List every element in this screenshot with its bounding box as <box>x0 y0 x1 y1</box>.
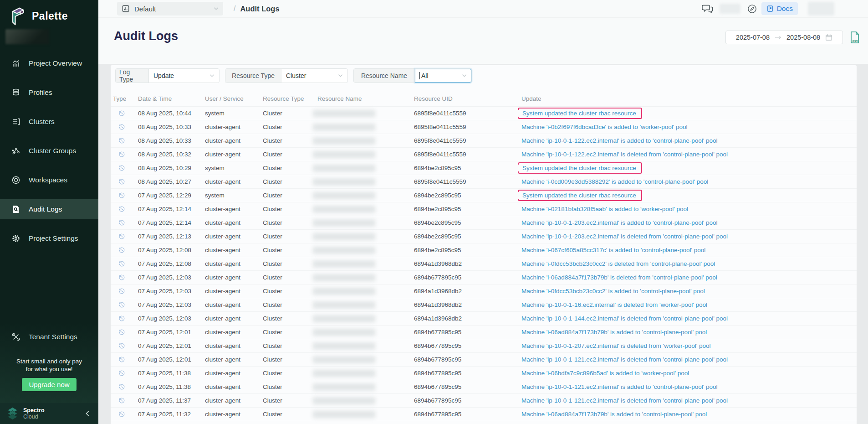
filter-select[interactable]: Update <box>149 69 219 83</box>
table-row[interactable]: 07 Aug 2025, 11:38 cluster-agent Cluster… <box>111 367 857 380</box>
update-link[interactable]: Machine 'i-0fdcc53bcb23c0cc2' is added t… <box>521 288 705 295</box>
table-row[interactable]: 07 Aug 2025, 12:03 cluster-agent Cluster… <box>111 312 857 326</box>
history-icon <box>118 165 125 171</box>
update-link[interactable]: Machine 'i-02181bfab328f5aab' is added t… <box>521 206 688 212</box>
update-link[interactable]: Machine 'i-06ad884a7f173b79b' is added t… <box>521 329 707 336</box>
update-link[interactable]: Machine 'ip-10-0-1-122.ec2.internal' is … <box>521 137 718 144</box>
update-link[interactable]: Machine 'ip-10-0-1-203.ec2.internal' is … <box>521 233 728 240</box>
table-row[interactable]: 07 Aug 2025, 12:08 cluster-agent Cluster… <box>111 243 857 257</box>
column-header-user-service: User / Service <box>205 95 263 102</box>
resource-name-cell <box>317 165 414 172</box>
sidebar-item-project-settings[interactable]: Project Settings <box>0 224 98 253</box>
docs-button[interactable]: Docs <box>761 2 798 15</box>
update-link[interactable]: Machine 'i-0cd009e3dd5388292' is added t… <box>521 178 708 185</box>
update-link[interactable]: System updated the cluster rbac resource <box>518 162 642 174</box>
update-cell: Machine 'i-0fdcc53bcb23c0cc2' is deleted… <box>521 260 857 267</box>
table-row[interactable]: 08 Aug 2025, 10:33 cluster-agent Cluster… <box>111 134 857 148</box>
table-row[interactable]: 07 Aug 2025, 12:01 cluster-agent Cluster… <box>111 339 857 353</box>
table-row[interactable]: 07 Aug 2025, 12:01 cluster-agent Cluster… <box>111 326 857 339</box>
filter-select[interactable]: Cluster <box>281 69 347 83</box>
update-link[interactable]: Machine 'ip-10-0-1-121.ec2.internal' is … <box>521 383 718 390</box>
update-link[interactable]: Machine 'i-0fdcc53bcb23c0cc2' is deleted… <box>521 260 715 267</box>
table-row[interactable]: 07 Aug 2025, 11:32 cluster-agent Cluster… <box>111 408 857 421</box>
table-row[interactable]: 08 Aug 2025, 10:33 cluster-agent Cluster… <box>111 120 857 134</box>
project-selector[interactable]: Default <box>117 2 223 16</box>
topbar-actions: Docs <box>701 2 834 16</box>
compass-icon[interactable] <box>747 4 757 14</box>
chat-icon[interactable] <box>701 3 714 14</box>
table-row[interactable]: 08 Aug 2025, 10:44 system Cluster 6895f8… <box>111 107 857 120</box>
resource-type-cell: Cluster <box>263 165 317 171</box>
redacted-user-avatar <box>808 2 834 16</box>
type-cell <box>113 137 138 144</box>
table-row[interactable]: 07 Aug 2025, 12:13 cluster-agent Cluster… <box>111 230 857 243</box>
upgrade-now-button[interactable]: Upgrade now <box>22 378 76 391</box>
user-service-cell: cluster-agent <box>205 137 263 144</box>
gear-icon <box>11 234 20 243</box>
download-csv-icon[interactable]: csv <box>849 31 860 44</box>
sidebar-item-workspaces[interactable]: Workspaces <box>0 165 98 195</box>
table-row[interactable]: 07 Aug 2025, 12:03 cluster-agent Cluster… <box>111 298 857 312</box>
resource-name-cell <box>317 329 414 336</box>
datetime-cell: 07 Aug 2025, 12:03 <box>138 315 205 322</box>
resource-uid-cell: 6895f8e0411c5559 <box>414 110 521 117</box>
sidebar-item-cluster-groups[interactable]: Cluster Groups <box>0 136 98 165</box>
table-row[interactable]: 08 Aug 2025, 10:29 system Cluster 6894be… <box>111 161 857 175</box>
page-header: Audit Logs 2025-07-08 2025-08-08 csv <box>98 18 868 64</box>
date-range-end[interactable]: 2025-08-08 <box>786 34 820 41</box>
table-row[interactable]: 07 Aug 2025, 12:14 cluster-agent Cluster… <box>111 216 857 230</box>
user-service-cell: system <box>205 192 263 199</box>
table-row[interactable]: 07 Aug 2025, 11:37 cluster-agent Cluster… <box>111 394 857 408</box>
update-link[interactable]: System updated the cluster rbac resource <box>518 190 642 201</box>
update-link[interactable]: Machine 'ip-10-0-1-203.ec2.internal' is … <box>521 219 718 226</box>
update-link[interactable]: Machine 'i-067cf605a85cc317c' is added t… <box>521 247 705 253</box>
sidebar-item-project-overview[interactable]: Project Overview <box>0 49 98 78</box>
table-row[interactable]: 07 Aug 2025, 12:08 cluster-agent Cluster… <box>111 257 857 271</box>
resource-type-cell: Cluster <box>263 124 317 130</box>
sidebar-item-tenant-settings[interactable]: Tenant Settings <box>0 327 98 347</box>
sidebar-item-clusters[interactable]: Clusters <box>0 107 98 136</box>
datetime-cell: 07 Aug 2025, 12:01 <box>138 342 205 349</box>
sidebar-item-audit-logs[interactable]: Audit Logs <box>0 195 98 224</box>
resource-type-cell: Cluster <box>263 356 317 363</box>
table-row[interactable]: 07 Aug 2025, 12:14 cluster-agent Cluster… <box>111 202 857 216</box>
table-row[interactable]: 07 Aug 2025, 12:01 cluster-agent Cluster… <box>111 353 857 367</box>
table-row[interactable]: 08 Aug 2025, 10:32 cluster-agent Cluster… <box>111 148 857 161</box>
type-cell <box>113 288 138 295</box>
update-link[interactable]: Machine 'i-06ad884a7f173b79b' is added t… <box>521 411 707 418</box>
update-link[interactable]: Machine 'ip-10-0-1-122.ec2.internal' is … <box>521 151 728 158</box>
redacted-project-scope <box>5 29 49 44</box>
table-row[interactable]: 07 Aug 2025, 12:29 system Cluster 6894be… <box>111 189 857 202</box>
datetime-cell: 07 Aug 2025, 12:14 <box>138 206 205 212</box>
table-row[interactable]: 07 Aug 2025, 12:03 cluster-agent Cluster… <box>111 284 857 298</box>
date-range-start[interactable]: 2025-07-08 <box>736 34 770 41</box>
update-link[interactable]: Machine 'i-06ad884a7f173b79b' is deleted… <box>521 274 717 281</box>
datetime-cell: 07 Aug 2025, 12:08 <box>138 247 205 253</box>
table-row[interactable]: 08 Aug 2025, 10:27 cluster-agent Cluster… <box>111 175 857 189</box>
sidebar: Palette Project Overview Profiles Cluste… <box>0 0 98 424</box>
update-cell: Machine 'ip-10-0-1-121.ec2.internal' is … <box>521 397 857 404</box>
resource-type-cell: Cluster <box>263 192 317 199</box>
update-link[interactable]: Machine 'ip-10-0-1-144.ec2.internal' is … <box>521 315 728 322</box>
project-selector-value: Default <box>134 5 156 13</box>
palette-logo[interactable]: Palette <box>0 0 98 26</box>
update-link[interactable]: Machine 'ip-10-0-1-207.ec2.internal' is … <box>521 342 711 349</box>
collapse-sidebar-icon[interactable] <box>85 411 90 416</box>
clusters-list-icon <box>11 117 20 126</box>
update-link[interactable]: Machine 'ip-10-0-1-121.ec2.internal' is … <box>521 356 728 363</box>
user-service-cell: cluster-agent <box>205 383 263 390</box>
sidebar-item-profiles[interactable]: Profiles <box>0 78 98 107</box>
resource-uid-cell: 6894a1d3968db2 <box>414 315 521 322</box>
update-link[interactable]: Machine 'ip-10-0-1-16.ec2.internal' is d… <box>521 301 707 308</box>
update-link[interactable]: System updated the cluster rbac resource <box>518 108 642 119</box>
update-cell: Machine 'i-06ad884a7f173b79b' is added t… <box>521 329 857 336</box>
table-row[interactable]: 07 Aug 2025, 11:38 cluster-agent Cluster… <box>111 380 857 394</box>
type-cell <box>113 370 138 377</box>
table-row[interactable]: 07 Aug 2025, 12:03 cluster-agent Cluster… <box>111 271 857 284</box>
filter-select[interactable]: All <box>415 69 471 83</box>
update-link[interactable]: Machine 'ip-10-0-1-121.ec2.internal' is … <box>521 397 728 404</box>
date-range-picker[interactable]: 2025-07-08 2025-08-08 <box>725 31 843 44</box>
column-header-resource-type: Resource Type <box>263 95 317 102</box>
update-link[interactable]: Machine 'i-0b2f697f6dbcad3ce' is added t… <box>521 124 688 130</box>
update-link[interactable]: Machine 'i-06bdfa7c9c896b5ad' is added t… <box>521 370 689 377</box>
